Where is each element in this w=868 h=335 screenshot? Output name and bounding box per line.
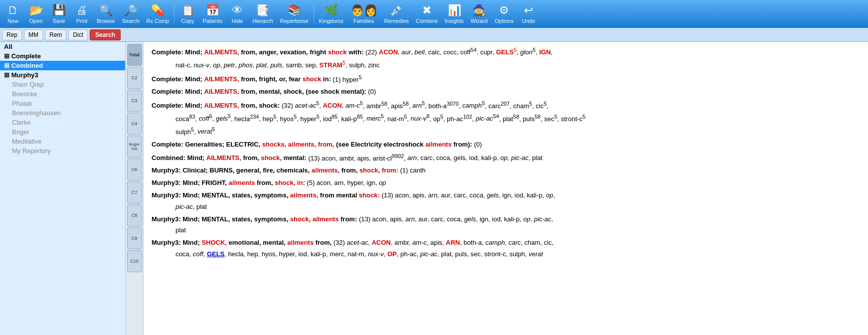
rx-comp-button[interactable]: 💊 Rx Comp xyxy=(144,1,173,27)
search-label: Search xyxy=(122,18,140,24)
tab-c3[interactable]: C3 xyxy=(127,90,142,112)
result-line-7: Murphy3: Clinical; BURNS, general, fire,… xyxy=(152,166,860,176)
tab-c10[interactable]: C10 xyxy=(127,250,142,272)
open-label: Open xyxy=(29,18,43,24)
repertorise-button[interactable]: 📚 Repertorise xyxy=(277,1,312,27)
print-button[interactable]: 🖨 Print xyxy=(71,1,93,27)
result-line-10: Murphy3: Mind; MENTAL, states, symptoms,… xyxy=(152,214,860,225)
combine-button[interactable]: ✖ Combine xyxy=(413,1,441,27)
copy-icon: 📋 xyxy=(181,4,194,17)
result-row: Complete: Mind; AILMENTS, from, mental, … xyxy=(152,87,860,97)
tab-c9[interactable]: C9 xyxy=(127,227,142,249)
save-label: Save xyxy=(52,18,65,24)
result-row: Combined: Mind; AILMENTS, from, shock, m… xyxy=(152,152,860,164)
families-button[interactable]: 👨‍👩 Families xyxy=(347,1,380,27)
hide-icon: 👁 xyxy=(232,4,243,17)
sidebar-item-clarke[interactable]: Clarke xyxy=(0,118,125,127)
hide-button[interactable]: 👁 Hide xyxy=(226,1,248,27)
rem-tab-button[interactable]: Rem xyxy=(45,29,66,40)
result-line-8: Murphy3: Mind; FRIGHT, ailments from, sh… xyxy=(152,178,860,188)
wizard-button[interactable]: 🧙 Wizard xyxy=(468,1,491,27)
patients-label: Patients xyxy=(202,18,222,24)
wizard-icon: 🧙 xyxy=(473,4,486,17)
undo-label: Undo xyxy=(522,18,535,24)
sidebar-item-boger[interactable]: Boger xyxy=(0,127,125,137)
main-content: All ⊞ Complete ⊞ Combined ⊞ Murphy3 Sher… xyxy=(0,42,868,335)
open-button[interactable]: 📂 Open xyxy=(25,1,47,27)
options-button[interactable]: ⚙ Options xyxy=(492,1,517,27)
toolbar-separator-1 xyxy=(174,4,174,24)
result-line-6: Combined: Mind; AILMENTS, from, shock, m… xyxy=(152,152,860,164)
result-row: Murphy3: Clinical; BURNS, general, fire,… xyxy=(152,166,860,176)
sidebar-item-meditative[interactable]: Meditative xyxy=(0,137,125,146)
insights-button[interactable]: 📊 Insights xyxy=(442,1,467,27)
sidebar-item-all[interactable]: All xyxy=(0,42,125,51)
kingdoms-label: Kingdoms xyxy=(319,18,344,24)
sidebar-item-murphy3[interactable]: ⊞ Murphy3 xyxy=(0,70,125,80)
result-row: Complete: Mind; AILMENTS, from, fright, … xyxy=(152,73,860,85)
new-icon: 🗋 xyxy=(7,4,18,17)
remedies-icon: 💉 xyxy=(390,4,403,17)
result-line-5: Complete: Generalities; ELECTRIC, shocks… xyxy=(152,140,860,150)
tab-c2[interactable]: C2 xyxy=(127,67,142,89)
hide-label: Hide xyxy=(232,18,243,24)
wizard-label: Wizard xyxy=(471,18,488,24)
remedies-button[interactable]: 💉 Remedies xyxy=(381,1,412,27)
result-row: Murphy3: Mind; FRIGHT, ailments from, sh… xyxy=(152,178,860,188)
results-panel[interactable]: Complete: Mind; AILMENTS, from, anger, v… xyxy=(144,42,868,335)
result-line-11b: coca, coff, GELS, hecla, hep, hyos, hype… xyxy=(152,249,860,260)
browse-icon: 🔍 xyxy=(99,4,113,17)
tab-c4[interactable]: C4 xyxy=(127,113,142,135)
sidebar-item-boericke[interactable]: Boericke xyxy=(0,89,125,99)
hierarch-button[interactable]: 📑 Hierarch xyxy=(249,1,276,27)
sidebar-item-complete[interactable]: ⊞ Complete xyxy=(0,51,125,61)
repertorise-label: Repertorise xyxy=(280,18,309,24)
search-button[interactable]: 🔎 Search xyxy=(119,1,143,27)
result-line-9: Murphy3: Mind; MENTAL, states, symptoms,… xyxy=(152,190,860,201)
insights-icon: 📊 xyxy=(448,4,461,17)
new-button[interactable]: 🗋 New xyxy=(2,1,24,27)
sidebar-item-boenninghausen[interactable]: Boenninghausen xyxy=(0,108,125,118)
browse-button[interactable]: 🔍 Browse xyxy=(94,1,118,27)
undo-icon: ↩ xyxy=(524,4,533,17)
undo-button[interactable]: ↩ Undo xyxy=(518,1,539,27)
combine-icon: ✖ xyxy=(422,4,431,17)
toolbar-separator-2 xyxy=(314,4,314,24)
tab-total[interactable]: Total xyxy=(127,44,142,66)
result-line-4: Complete: Mind; AILMENTS, from, shock: (… xyxy=(152,99,860,111)
tab-strip: Total C2 C3 C4 Boger GA C6 C7 C8 xyxy=(126,42,144,335)
tab-c8[interactable]: C8 xyxy=(127,204,142,226)
kingdoms-button[interactable]: 🌿 Kingdoms xyxy=(316,1,347,27)
patients-button[interactable]: 📅 Patients xyxy=(199,1,225,27)
sidebar-item-sherr-qrep[interactable]: Sherr Qrep xyxy=(0,80,125,89)
result-row: Complete: Mind; AILMENTS, from, anger, v… xyxy=(152,46,860,71)
tab-c7[interactable]: C7 xyxy=(127,181,142,203)
rep-tab-button[interactable]: Rep xyxy=(2,29,22,40)
tab-c6[interactable]: C6 xyxy=(127,159,142,180)
kingdoms-icon: 🌿 xyxy=(325,4,338,17)
patients-icon: 📅 xyxy=(206,4,219,17)
mm-tab-button[interactable]: MM xyxy=(24,29,43,40)
tab-boger-ga[interactable]: Boger GA xyxy=(127,136,142,158)
dict-tab-button[interactable]: Dict xyxy=(68,29,88,40)
repertory-sidebar: All ⊞ Complete ⊞ Combined ⊞ Murphy3 Sher… xyxy=(0,42,126,335)
result-line-1b: nat-c, nux-v, op, petr, phos, plat, puls… xyxy=(152,59,860,71)
hierarch-label: Hierarch xyxy=(252,18,273,24)
save-button[interactable]: 💾 Save xyxy=(48,1,70,27)
result-line-9b: pic-ac, plat xyxy=(152,202,860,212)
families-icon: 👨‍👩 xyxy=(350,4,377,17)
rx-label: Rx Comp xyxy=(147,18,170,24)
copy-button[interactable]: 📋 Copy xyxy=(176,1,198,27)
sidebar-item-combined[interactable]: ⊞ Combined xyxy=(0,61,125,70)
sidebar-item-phatak[interactable]: Phatak xyxy=(0,99,125,108)
result-row: Complete: Mind; AILMENTS, from, shock: (… xyxy=(152,99,860,137)
print-label: Print xyxy=(76,18,88,24)
families-label: Families xyxy=(353,18,374,24)
result-row: Murphy3: Mind; MENTAL, states, symptoms,… xyxy=(152,214,860,236)
search-tab-button[interactable]: Search xyxy=(90,29,121,40)
browse-label: Browse xyxy=(97,18,115,24)
rx-icon: 💊 xyxy=(151,4,165,17)
result-line-2: Complete: Mind; AILMENTS, from, fright, … xyxy=(152,73,860,85)
sidebar-item-my-repertory[interactable]: My Repertory xyxy=(0,146,125,156)
result-row: Murphy3: Mind; MENTAL, states, symptoms,… xyxy=(152,190,860,212)
